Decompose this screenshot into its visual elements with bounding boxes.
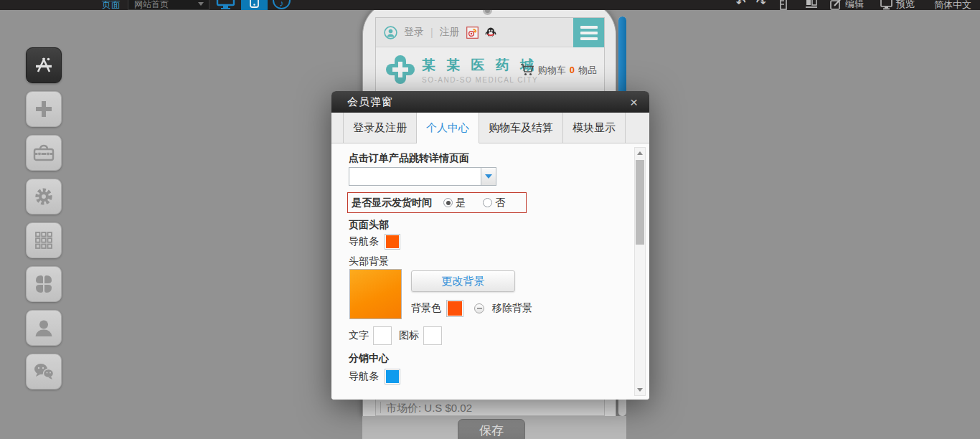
preview-monitor-icon	[880, 0, 892, 10]
page-dropdown-value: 网站首页	[134, 0, 169, 9]
sidebar-item-components[interactable]	[26, 266, 62, 302]
cart-icon	[520, 63, 534, 77]
tab-login-register[interactable]: 登录及注册	[343, 113, 417, 143]
site-login-bar: 登录 | 注册	[376, 18, 604, 47]
gear-icon	[34, 187, 53, 206]
editor-workspace: 页面 网站首页 ♪ ↶ ↷ 编辑 预览 简体中文	[0, 0, 980, 439]
scroll-down-icon[interactable]	[637, 388, 643, 392]
tab-cart-checkout[interactable]: 购物车及结算	[479, 113, 563, 143]
product-price-clipped: 市场价: U.S $0.02	[380, 402, 472, 413]
remove-bg-link[interactable]: 移除背景	[492, 302, 532, 315]
wechat-icon	[33, 362, 55, 381]
save-button[interactable]: 保存	[458, 419, 525, 439]
sidebar-item-add-module[interactable]	[26, 91, 62, 127]
edit-button[interactable]: 编辑	[830, 0, 864, 10]
scroll-up-icon[interactable]	[637, 151, 643, 155]
select-dropdown-button[interactable]	[481, 168, 496, 185]
distribution-navbar-swatch[interactable]	[385, 369, 400, 384]
redo-icon[interactable]: ↷	[756, 0, 765, 9]
undo-icon[interactable]: ↶	[736, 0, 745, 9]
mobile-phone-icon	[250, 0, 259, 8]
site-logo-bar: 某 某 医 药 城 SO-AND-SO MEDICAL CITY 购物车 0 物…	[376, 47, 604, 92]
pencil-square-icon	[830, 0, 842, 10]
user-icon	[34, 318, 54, 338]
sidebar-item-settings[interactable]	[26, 179, 62, 214]
cart-unit-label: 物品	[578, 64, 597, 77]
plus-icon	[34, 99, 54, 119]
tab-module-display[interactable]: 模块显示	[563, 113, 626, 143]
cart-count: 0	[570, 65, 575, 75]
navbar-color-row: 导航条	[349, 234, 400, 250]
preview-button[interactable]: 预览	[880, 0, 915, 10]
tab-personal-center[interactable]: 个人中心	[417, 113, 479, 143]
bg-color-row: 背景色 移除背景	[411, 300, 532, 317]
minus-circle-icon[interactable]	[474, 303, 484, 313]
mobile-menu-button[interactable]	[573, 18, 604, 47]
register-link[interactable]: 注册	[440, 26, 460, 39]
header-bg-preview[interactable]	[349, 269, 402, 319]
toolbox-icon	[33, 143, 55, 162]
order-jump-label: 点击订单产品跳转详情页面	[349, 152, 469, 165]
top-toolbar: 页面 网站首页 ♪ ↶ ↷ 编辑 预览 简体中文	[0, 0, 980, 10]
modal-scrollbar-thumb[interactable]	[636, 160, 644, 245]
icon-color-swatch[interactable]	[423, 326, 442, 345]
sidebar-item-wechat[interactable]	[26, 354, 62, 390]
distribution-section-label: 分销中心	[349, 352, 389, 365]
text-icon-color-row: 文字 图标	[349, 326, 442, 345]
page-menu-link[interactable]: 页面	[102, 0, 121, 10]
weibo-icon[interactable]	[466, 27, 479, 39]
sidebar-item-app-design[interactable]	[26, 47, 62, 83]
edit-label: 编辑	[845, 0, 864, 9]
desktop-view-icon[interactable]	[216, 0, 235, 10]
radio-yes[interactable]	[443, 198, 453, 207]
market-price-text: 市场价: U.S $0.02	[386, 402, 472, 413]
page-dropdown[interactable]: 网站首页	[128, 0, 209, 10]
site-subtitle: SO-AND-SO MEDICAL CITY	[422, 76, 538, 84]
bg-color-swatch[interactable]	[446, 300, 463, 317]
radio-yes-label[interactable]: 是	[456, 197, 466, 209]
distribution-navbar-row: 导航条	[349, 369, 400, 384]
grid-icon	[34, 230, 54, 250]
ruler-icon[interactable]	[779, 0, 788, 10]
chevron-down-icon	[485, 174, 492, 179]
columns-layout-icon[interactable]	[805, 0, 818, 9]
radio-no-label[interactable]: 否	[495, 197, 505, 209]
delivery-time-label: 是否显示发货时间	[352, 197, 432, 209]
modal-tabbar: 登录及注册 个人中心 购物车及结算 模块显示	[331, 113, 649, 143]
chevron-down-icon	[198, 2, 204, 6]
rotate-view-icon[interactable]: ♪	[273, 0, 291, 9]
modal-header[interactable]: 会员弹窗 ×	[331, 91, 649, 113]
modal-body: 点击订单产品跳转详情页面 是否显示发货时间 是 否 页面头部 导航条 头部背景 …	[331, 143, 649, 400]
navbar-color-swatch[interactable]	[385, 234, 400, 250]
cart-summary[interactable]: 购物车 0 物品	[520, 63, 597, 77]
sidebar-item-toolbox[interactable]	[26, 135, 62, 171]
change-background-button[interactable]: 更改背景	[411, 270, 515, 292]
distribution-navbar-label: 导航条	[349, 370, 379, 383]
radio-no[interactable]	[483, 198, 492, 207]
sidebar-item-user[interactable]	[26, 310, 62, 346]
bg-color-label: 背景色	[411, 302, 441, 315]
qq-icon[interactable]	[485, 27, 496, 39]
delivery-time-setting: 是否显示发货时间 是 否	[347, 192, 527, 213]
modal-title: 会员弹窗	[347, 95, 393, 109]
login-divider: |	[430, 27, 433, 38]
medical-cross-logo	[385, 54, 416, 85]
close-icon[interactable]: ×	[630, 95, 638, 109]
preview-label: 预览	[896, 0, 915, 9]
mobile-view-button[interactable]	[241, 0, 268, 10]
header-bg-label: 头部背景	[349, 255, 389, 268]
navbar-label: 导航条	[349, 235, 379, 248]
modal-scrollbar-track[interactable]	[634, 147, 646, 396]
order-page-select-value	[349, 171, 354, 181]
login-link[interactable]: 登录	[404, 26, 424, 39]
text-color-swatch[interactable]	[373, 326, 392, 345]
clover-modules-icon	[34, 274, 54, 294]
language-switcher[interactable]: 简体中文	[934, 0, 971, 10]
order-page-select[interactable]	[349, 167, 496, 186]
sidebar-item-grid[interactable]	[26, 222, 62, 258]
icon-color-label: 图标	[399, 329, 419, 342]
app-design-icon	[33, 55, 55, 76]
login-user-icon	[384, 26, 397, 39]
text-color-label: 文字	[349, 329, 369, 342]
page-header-section-label: 页面头部	[349, 219, 389, 232]
